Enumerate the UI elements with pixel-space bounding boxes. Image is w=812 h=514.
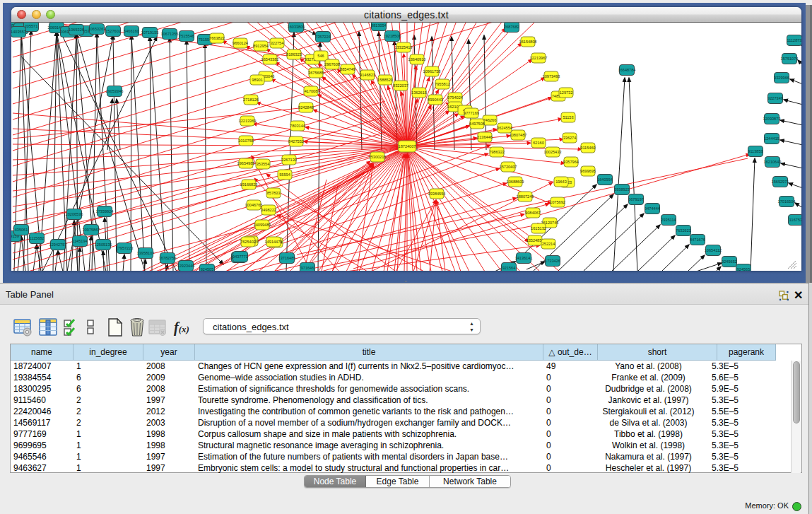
svg-text:15720407: 15720407 xyxy=(500,165,517,169)
svg-text:1145194: 1145194 xyxy=(72,239,87,243)
svg-text:7803144: 7803144 xyxy=(290,124,305,128)
svg-text:924505: 924505 xyxy=(201,267,214,271)
svg-text:546: 546 xyxy=(317,54,324,58)
svg-text:7632621: 7632621 xyxy=(676,228,691,233)
svg-text:8186323: 8186323 xyxy=(286,52,302,57)
svg-text:9437771: 9437771 xyxy=(233,255,248,259)
svg-text:3624554: 3624554 xyxy=(497,126,512,130)
svg-text:9245652: 9245652 xyxy=(722,259,737,264)
svg-text:18724007: 18724007 xyxy=(399,144,416,148)
svg-text:18807249: 18807249 xyxy=(517,194,534,199)
svg-text:10025433: 10025433 xyxy=(544,150,562,154)
svg-text:16648784: 16648784 xyxy=(618,68,636,72)
svg-text:1615132: 1615132 xyxy=(531,226,546,230)
svg-text:2935114: 2935114 xyxy=(661,218,676,222)
svg-text:98901: 98901 xyxy=(252,78,263,82)
svg-text:51153: 51153 xyxy=(563,115,573,119)
svg-text:9113853: 9113853 xyxy=(748,149,763,153)
svg-text:8854749: 8854749 xyxy=(340,67,355,71)
svg-text:3675685: 3675685 xyxy=(308,71,324,75)
svg-text:10671355: 10671355 xyxy=(161,32,179,36)
svg-text:62160: 62160 xyxy=(533,141,544,145)
svg-text:20206536: 20206536 xyxy=(66,212,83,216)
svg-text:921564: 921564 xyxy=(502,266,516,270)
svg-text:746266: 746266 xyxy=(483,118,497,122)
svg-text:12213967: 12213967 xyxy=(530,56,548,60)
svg-text:1244415: 1244415 xyxy=(764,136,779,141)
svg-text:205571: 205571 xyxy=(25,24,38,28)
svg-text:2718126: 2718126 xyxy=(243,98,259,102)
svg-text:19218506: 19218506 xyxy=(384,34,401,38)
svg-text:10973493: 10973493 xyxy=(543,74,560,78)
svg-text:924565: 924565 xyxy=(737,267,751,271)
svg-text:336274: 336274 xyxy=(563,136,577,140)
svg-text:13716485: 13716485 xyxy=(278,256,296,260)
svg-text:3267130: 3267130 xyxy=(281,158,297,162)
svg-text:14136141: 14136141 xyxy=(515,256,533,260)
svg-text:1112873: 1112873 xyxy=(787,38,801,42)
svg-text:435061: 435061 xyxy=(15,228,28,232)
svg-text:9115460: 9115460 xyxy=(580,146,595,150)
svg-text:12213369: 12213369 xyxy=(239,119,257,123)
svg-text:9357964: 9357964 xyxy=(563,160,579,164)
svg-text:14099489: 14099489 xyxy=(254,223,271,227)
svg-text:9146821: 9146821 xyxy=(360,73,375,77)
svg-text:2136446: 2136446 xyxy=(477,135,493,139)
svg-text:971646: 971646 xyxy=(301,266,314,270)
svg-text:129732: 129732 xyxy=(560,90,573,95)
svg-text:55594: 55594 xyxy=(279,173,290,177)
svg-text:19643: 19643 xyxy=(555,180,567,184)
svg-text:3498222: 3498222 xyxy=(261,208,276,212)
svg-text:13958107: 13958107 xyxy=(137,251,155,255)
svg-text:19384554: 19384554 xyxy=(428,192,446,196)
svg-text:25300215: 25300215 xyxy=(369,155,387,159)
svg-text:7625402: 7625402 xyxy=(240,240,256,244)
svg-text:16543382: 16543382 xyxy=(261,57,279,62)
svg-text:8322037: 8322037 xyxy=(393,83,408,88)
svg-text:8912954: 8912954 xyxy=(253,44,269,48)
svg-text:9084067: 9084067 xyxy=(525,211,541,215)
svg-text:16210643: 16210643 xyxy=(764,160,782,164)
svg-text:8427552: 8427552 xyxy=(288,139,304,144)
svg-text:10688609: 10688609 xyxy=(507,180,524,184)
svg-text:15751074: 15751074 xyxy=(781,57,799,61)
svg-text:417008: 417008 xyxy=(305,89,318,93)
svg-text:17359924: 17359924 xyxy=(96,209,114,214)
svg-text:252214: 252214 xyxy=(542,242,555,246)
svg-text:2687682: 2687682 xyxy=(504,25,519,29)
svg-text:9329966: 9329966 xyxy=(774,76,789,80)
svg-text:16782759: 16782759 xyxy=(159,256,177,260)
svg-text:1115682: 1115682 xyxy=(30,236,45,240)
svg-text:29053346: 29053346 xyxy=(106,89,124,93)
svg-text:7515546: 7515546 xyxy=(179,34,194,38)
svg-text:6497508: 6497508 xyxy=(469,122,485,126)
svg-text:5938923: 5938923 xyxy=(614,187,630,192)
svg-text:9660124: 9660124 xyxy=(233,41,248,45)
svg-text:6466160: 6466160 xyxy=(124,29,139,33)
svg-text:1588520: 1588520 xyxy=(377,78,393,82)
svg-text:7357224: 7357224 xyxy=(315,35,331,39)
svg-text:353554: 353554 xyxy=(257,162,270,166)
svg-text:12942757: 12942757 xyxy=(49,243,67,247)
svg-text:13325419: 13325419 xyxy=(395,45,413,49)
svg-text:7986322: 7986322 xyxy=(489,150,505,154)
svg-text:1733426: 1733426 xyxy=(545,259,560,263)
svg-text:12923446: 12923446 xyxy=(177,264,195,268)
svg-text:2967608: 2967608 xyxy=(324,62,340,66)
svg-text:19654985: 19654985 xyxy=(237,161,255,165)
svg-text:8990443: 8990443 xyxy=(428,98,443,102)
svg-text:9474444: 9474444 xyxy=(645,206,660,211)
svg-text:7663822: 7663822 xyxy=(209,36,225,40)
svg-text:9777169: 9777169 xyxy=(464,111,479,115)
svg-text:9227349: 9227349 xyxy=(767,96,783,100)
svg-text:9699695: 9699695 xyxy=(580,169,596,173)
svg-text:16033809: 16033809 xyxy=(288,25,305,29)
svg-text:12505135: 12505135 xyxy=(95,243,112,247)
svg-text:10719155: 10719155 xyxy=(141,30,159,35)
svg-text:8813054: 8813054 xyxy=(371,23,387,28)
svg-text:9794024: 9794024 xyxy=(447,95,463,100)
svg-text:857833: 857833 xyxy=(267,191,281,195)
svg-text:7955812: 7955812 xyxy=(435,82,450,86)
svg-text:10654112: 10654112 xyxy=(705,248,722,252)
svg-text:19166825: 19166825 xyxy=(240,182,258,187)
